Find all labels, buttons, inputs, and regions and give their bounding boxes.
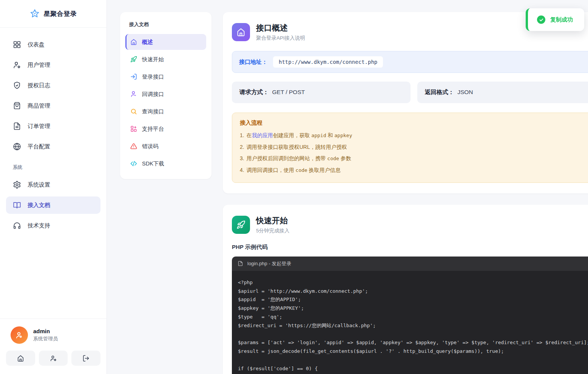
- home-button[interactable]: [6, 351, 35, 366]
- api-url-value[interactable]: http://www.dkym.com/connect.php: [273, 56, 383, 68]
- quickstart-card-header: 快速开始 5分钟完成接入: [232, 215, 588, 234]
- sidebar-item-label: 用户管理: [28, 62, 50, 69]
- headphones-icon: [13, 221, 21, 230]
- login-icon: [130, 73, 137, 80]
- doc-item-label: 登录接口: [142, 73, 164, 80]
- avatar: [11, 326, 28, 344]
- overview-subtitle: 聚合登录API接入说明: [256, 35, 305, 42]
- code-body: <?php $apiurl = 'http://www.dkym.com/con…: [232, 271, 588, 374]
- flow-step-1: 1. 在我的应用创建应用，获取 appid 和 appkey: [240, 131, 588, 140]
- doc-item-query-api[interactable]: 查询接口: [125, 104, 206, 119]
- quickstart-title: 快速开始: [256, 215, 290, 226]
- logout-button[interactable]: [71, 351, 100, 366]
- step-text-part: 创建应用，获取: [273, 132, 312, 138]
- toast-notification: 复制成功: [526, 8, 584, 31]
- api-address-box: 接口地址： http://www.dkym.com/connect.php: [232, 51, 588, 73]
- doc-item-label: 概述: [142, 39, 153, 46]
- rocket-icon: [232, 216, 250, 234]
- check-circle-icon: [537, 15, 545, 24]
- doc-item-login-api[interactable]: 登录接口: [125, 69, 206, 85]
- my-apps-link[interactable]: 我的应用: [252, 132, 273, 138]
- doc-item-callback-api[interactable]: 回调接口: [125, 86, 206, 102]
- dashboard-icon: [13, 40, 21, 49]
- user-gear-icon: [13, 61, 21, 69]
- sidebar-item-platform-config[interactable]: 平台配置: [6, 138, 100, 155]
- sidebar-item-users[interactable]: 用户管理: [6, 56, 100, 74]
- sidebar-item-label: 仪表盘: [28, 41, 45, 48]
- doc-content: 接口概述 聚合登录API接入说明 接口地址： http://www.dkym.c…: [223, 12, 588, 374]
- sidebar-item-auth-log[interactable]: 授权日志: [6, 77, 100, 94]
- app-logo: 星聚合登录: [0, 0, 106, 28]
- step-text-part: 和: [326, 132, 335, 138]
- sidebar-item-label: 授权日志: [28, 82, 50, 89]
- sidebar-item-products[interactable]: 商品管理: [6, 97, 100, 114]
- sidebar-item-label: 系统设置: [28, 181, 50, 189]
- file-icon: [238, 261, 243, 266]
- logout-icon: [82, 355, 90, 362]
- shopping-bag-icon: [13, 102, 21, 110]
- doc-item-overview[interactable]: 概述: [125, 34, 206, 50]
- return-format-box: 返回格式：JSON: [417, 82, 588, 103]
- sidebar-item-docs[interactable]: 接入文档: [6, 196, 100, 214]
- sidebar-item-label: 商品管理: [28, 102, 50, 110]
- return-format-label: 返回格式：: [425, 89, 454, 95]
- shield-check-icon: [13, 81, 21, 90]
- step-text: 在我的应用创建应用，获取 appid 和 appkey: [247, 131, 352, 140]
- flow-step-2: 2. 调用登录接口获取授权URL，跳转用户授权: [240, 143, 588, 151]
- doc-item-label: 查询接口: [142, 108, 164, 115]
- code-filename: login.php - 发起登录: [247, 260, 291, 267]
- api-meta-row: 请求方式：GET / POST 返回格式：JSON: [232, 82, 588, 103]
- step-text-part: 换取用户信息: [307, 167, 341, 173]
- request-method-box: 请求方式：GET / POST: [232, 82, 411, 103]
- sidebar-item-orders[interactable]: 订单管理: [6, 117, 100, 135]
- search-icon: [130, 108, 137, 115]
- doc-item-sdk-download[interactable]: SDK下载: [125, 156, 206, 172]
- doc-item-quickstart[interactable]: 快速开始: [125, 51, 206, 67]
- sidebar-item-support[interactable]: 技术支持: [6, 217, 100, 234]
- grid-plus-icon: [130, 125, 137, 132]
- globe-icon: [13, 142, 21, 151]
- php-code: <?php $apiurl = 'http://www.dkym.com/con…: [238, 278, 588, 374]
- doc-item-label: 回调接口: [142, 91, 164, 98]
- sidebar-item-label: 订单管理: [28, 123, 50, 130]
- sidebar-item-system-settings[interactable]: 系统设置: [6, 176, 100, 193]
- user-actions: [6, 351, 100, 366]
- home-icon: [130, 39, 137, 45]
- doc-item-label: 支持平台: [142, 125, 164, 133]
- doc-nav: 接入文档 概述 快速开始 登录接口 回调接口 查询接口 支持平台 错误码: [120, 12, 211, 179]
- step-text-part: 在: [247, 132, 252, 138]
- sidebar-item-label: 平台配置: [28, 143, 50, 150]
- sidebar: 星聚合登录 仪表盘 用户管理 授权日志 商品管理 订单管理 平台配置 系统: [0, 0, 107, 374]
- code-term: code: [327, 156, 339, 161]
- sidebar-nav: 仪表盘 用户管理 授权日志 商品管理 订单管理 平台配置 系统 系统设置: [0, 28, 106, 318]
- step-text: 调用回调接口，使用 code 换取用户信息: [247, 166, 341, 175]
- step-number: 2.: [240, 143, 244, 151]
- sidebar-item-label: 接入文档: [28, 202, 50, 209]
- flow-title: 接入流程: [240, 119, 588, 127]
- flow-step-4: 4. 调用回调接口，使用 code 换取用户信息: [240, 166, 588, 175]
- doc-nav-title: 接入文档: [125, 17, 206, 34]
- return-format-value: JSON: [457, 89, 473, 95]
- toast-message: 复制成功: [550, 16, 573, 23]
- step-text-part: 用户授权后回调到您的网站，携带: [247, 155, 327, 161]
- user-role: 系统管理员: [33, 335, 58, 342]
- code-icon: [130, 160, 137, 167]
- doc-item-label: SDK下载: [142, 160, 164, 167]
- sidebar-section-label: 系统: [6, 158, 100, 176]
- sidebar-user-block: admin 系统管理员: [0, 318, 106, 374]
- flow-step-3: 3. 用户授权后回调到您的网站，携带 code 参数: [240, 155, 588, 163]
- request-method-label: 请求方式：: [239, 89, 269, 95]
- php-example-label: PHP 示例代码: [232, 244, 588, 251]
- alert-triangle-icon: [130, 143, 137, 150]
- step-number: 3.: [240, 155, 244, 163]
- doc-item-error-codes[interactable]: 错误码: [125, 138, 206, 154]
- step-text-part: 参数: [339, 155, 351, 161]
- step-text-part: 调用登录接口获取授权URL，跳转用户授权: [247, 144, 347, 150]
- step-text: 用户授权后回调到您的网站，携带 code 参数: [247, 155, 351, 163]
- sidebar-item-dashboard[interactable]: 仪表盘: [6, 36, 100, 53]
- user-name: admin: [33, 328, 58, 334]
- doc-item-platforms[interactable]: 支持平台: [125, 121, 206, 137]
- profile-button[interactable]: [39, 351, 68, 366]
- quickstart-card: 快速开始 5分钟完成接入 PHP 示例代码 login.php - 发起登录 <…: [223, 205, 588, 374]
- star-logo-icon: [30, 9, 40, 19]
